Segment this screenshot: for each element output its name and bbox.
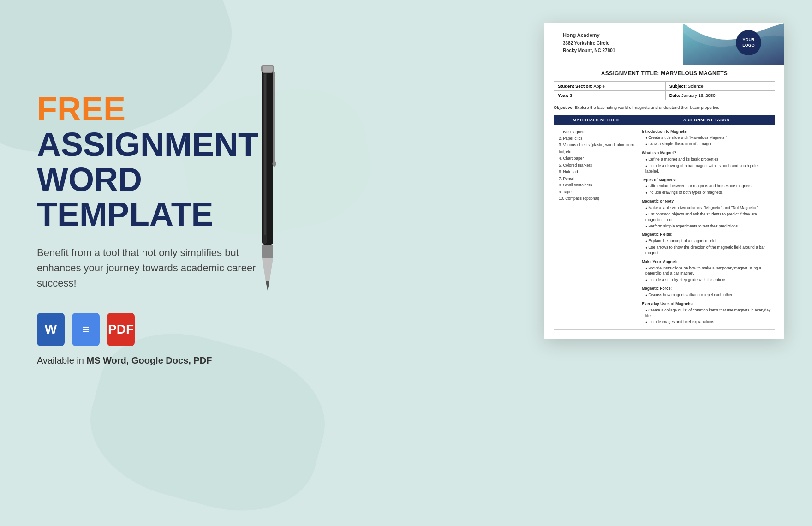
task-bullet-item: Explain the concept of a magnetic field. [645, 239, 771, 244]
subject-cell: Subject: Science [665, 82, 775, 91]
task-bullet-item: List common objects and ask the students… [645, 212, 771, 223]
doc-content: ASSIGNMENT TITLE: MARVELOUS MAGNETS Stud… [544, 65, 784, 339]
org-name: Hong Academy [563, 31, 615, 40]
tasks-cell: Introduction to Magnets:Create a title s… [638, 125, 775, 330]
material-item: 7. Pencil [558, 175, 634, 182]
date-cell: Date: January 16, 2050 [665, 91, 775, 100]
title-line3: TEMPLATE [37, 196, 214, 233]
task-section-title: Magnetic Force: [642, 286, 771, 292]
material-item: 10. Compass (optional) [558, 195, 634, 202]
tasks-header: ASSIGNMENT TASKS [638, 115, 775, 125]
task-bullet-item: Include a drawing of a bar magnet with i… [645, 163, 771, 174]
task-section-title: Magnetic or Not? [642, 198, 771, 204]
doc-header: Hong Academy 3382 Yorkshire Circle Rocky… [544, 23, 784, 65]
materials-list: 1. Bar magnets2. Paper clips3. Various o… [558, 129, 634, 202]
task-bullet-item: Make a table with two columns: "Magnetic… [645, 205, 771, 211]
doc-logo: YOURLOGO [736, 30, 761, 55]
material-item: 8. Small containers [558, 182, 634, 188]
address-line2: Rocky Mount, NC 27801 [563, 47, 615, 54]
available-text: Available in MS Word, Google Docs, PDF [37, 355, 304, 366]
pen-illustration [249, 60, 286, 291]
tasks-content: Introduction to Magnets:Create a title s… [642, 129, 771, 325]
svg-rect-4 [262, 245, 273, 258]
material-item: 5. Colored markers [558, 162, 634, 168]
task-bullet-item: Include a step-by-step guide with illust… [645, 277, 771, 283]
task-bullet-item: Provide instructions on how to make a te… [645, 266, 771, 277]
pdf-icon: PDF [107, 313, 135, 346]
doc-main-table: MATERIALS NEEDED ASSIGNMENT TASKS 1. Bar… [554, 115, 775, 330]
task-bullets: Make a table with two columns: "Magnetic… [642, 205, 771, 229]
task-bullets: Discuss how magnets attract or repel eac… [642, 293, 771, 298]
task-bullets: Explain the concept of a magnetic field.… [642, 239, 771, 256]
year-cell: Year: 3 [554, 91, 666, 100]
svg-rect-8 [263, 66, 273, 72]
svg-marker-5 [262, 258, 273, 281]
task-section-title: Introduction to Magnets: [642, 129, 771, 135]
task-section-title: Everyday Uses of Magnets: [642, 301, 771, 307]
task-bullet-item: Include images and brief explanations. [645, 319, 771, 325]
task-bullet-item: Create a title slide with "Marvelous Mag… [645, 135, 771, 141]
doc-info-table: Student Section: Apple Subject: Science … [554, 81, 775, 100]
task-bullet-item: Perform simple experiments to test their… [645, 224, 771, 229]
material-item: 2. Paper clips [558, 135, 634, 142]
material-item: 6. Notepad [558, 168, 634, 175]
material-item: 1. Bar magnets [558, 129, 634, 135]
task-bullets: Create a collage or list of common items… [642, 308, 771, 325]
task-bullet-item: Include drawings of both types of magnet… [645, 190, 771, 196]
task-bullet-item: Draw a simple illustration of a magnet. [645, 142, 771, 147]
task-bullets: Provide instructions on how to make a te… [642, 266, 771, 283]
address-line1: 3382 Yorkshire Circle [563, 40, 615, 47]
subtitle: Benefit from a tool that not only simpli… [37, 245, 268, 291]
svg-rect-9 [264, 74, 266, 235]
task-bullets: Differentiate between bar magnets and ho… [642, 184, 771, 196]
task-bullets: Define a magnet and its basic properties… [642, 157, 771, 174]
title-line1: ASSIGNMENT [37, 126, 258, 163]
title-line2: WORD [37, 161, 142, 198]
task-bullet-item: Use arrows to show the direction of the … [645, 245, 771, 256]
task-section-title: Magnetic Fields: [642, 232, 771, 238]
student-section-cell: Student Section: Apple [554, 82, 666, 91]
materials-header: MATERIALS NEEDED [554, 115, 638, 125]
materials-cell: 1. Bar magnets2. Paper clips3. Various o… [554, 125, 638, 330]
material-item: 9. Tape [558, 189, 634, 195]
task-section-title: Types of Magnets: [642, 177, 771, 183]
docs-icon: ≡ [72, 313, 100, 346]
task-section-title: Make Your Magnet: [642, 259, 771, 265]
word-icon: W [37, 313, 65, 346]
svg-marker-6 [266, 281, 269, 291]
task-bullets: Create a title slide with "Marvelous Mag… [642, 135, 771, 147]
doc-address: Hong Academy 3382 Yorkshire Circle Rocky… [563, 31, 615, 54]
task-bullet-item: Define a magnet and its basic properties… [645, 157, 771, 162]
doc-title: ASSIGNMENT TITLE: MARVELOUS MAGNETS [554, 70, 775, 77]
material-item: 3. Various objects (plastic, wood, alumi… [558, 142, 634, 155]
task-section-title: What is a Magnet? [642, 150, 771, 156]
task-bullet-item: Discuss how magnets attract or repel eac… [645, 293, 771, 298]
doc-objective: Objective: Explore the fascinating world… [554, 105, 775, 111]
task-bullet-item: Create a collage or list of common items… [645, 308, 771, 319]
material-item: 4. Chart paper [558, 155, 634, 161]
format-icons: W ≡ PDF [37, 313, 304, 346]
svg-rect-2 [273, 72, 275, 164]
document-panel: Hong Academy 3382 Yorkshire Circle Rocky… [544, 23, 784, 339]
svg-point-3 [273, 161, 276, 167]
task-bullet-item: Differentiate between bar magnets and ho… [645, 184, 771, 189]
